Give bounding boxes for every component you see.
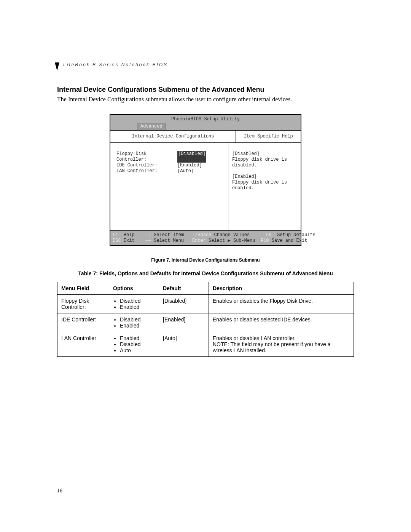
bios-tab-advanced[interactable]: Advanced [137, 123, 166, 130]
bios-key-space: -/Space [192, 232, 211, 238]
bios-item-lan[interactable]: LAN Controller: [Auto] [116, 168, 222, 174]
bios-key-f10: F10 [261, 238, 269, 243]
bios-item-floppy[interactable]: Floppy Disk Controller: [Disabled] [116, 151, 222, 163]
bios-item-value: [Auto] [177, 168, 194, 174]
table-row: IDE Controller: Disabled Enabled [Enable… [57, 313, 354, 332]
bios-key-updown: ↑↓ [145, 232, 151, 238]
cell-options: Disabled Enabled [109, 313, 159, 332]
bios-action-exit: Exit [124, 238, 135, 243]
cell-options: Disabled Enabled [109, 295, 159, 313]
cell-description: Enables or disables LAN controller. NOTE… [209, 332, 354, 357]
bios-tab-row: Advanced [110, 123, 301, 130]
list-item: Enabled [120, 304, 155, 310]
list-item: Enabled [120, 323, 155, 329]
page: LifeBook B Series Notebook BIOS Internal… [0, 0, 411, 532]
bios-item-value: [Disabled] [177, 151, 206, 163]
figure-caption: Figure 7. Internal Device Configurations… [57, 257, 354, 263]
th-options: Options [109, 282, 159, 295]
bios-screenshot: PhoenixBIOS Setup Utility Advanced Inter… [110, 114, 301, 246]
bios-action-setup-defaults: Setup Defaults [277, 232, 315, 238]
bios-item-value: [Enabled] [177, 163, 202, 168]
bios-key-esc: ESC [113, 238, 121, 243]
bios-key-leftright: ←→ [145, 238, 151, 243]
table-row: LAN Controller Enabled Disabled Auto [Au… [57, 332, 354, 357]
cell-default: [Enabled] [159, 313, 209, 332]
cell-field: LAN Controller [57, 332, 109, 357]
bios-item-label: LAN Controller: [116, 168, 177, 174]
bios-action-select-item: Select Item [154, 232, 184, 238]
bios-help-pane: [Disabled] Floppy disk drive is disabled… [228, 143, 301, 230]
lead-paragraph: The Internal Device Configurations subme… [57, 96, 354, 103]
bios-left-header: Internal Device Configurations [110, 131, 236, 142]
bios-titlebar: PhoenixBIOS Setup Utility Advanced [110, 115, 301, 130]
bios-item-ide[interactable]: IDE Controller: [Enabled] [116, 163, 222, 168]
cell-default: [Disabled] [159, 295, 209, 313]
bios-title: PhoenixBIOS Setup Utility [110, 116, 301, 123]
bios-key-enter: Enter [192, 238, 206, 243]
bios-action-sub-menu: Select ▶ Sub-Menu [209, 238, 255, 243]
list-item: Auto [120, 347, 155, 353]
list-item: Disabled [120, 341, 155, 347]
bios-action-select-menu: Select Menu [154, 238, 184, 243]
table-caption: Table 7: Fields, Options and Defaults fo… [57, 270, 354, 276]
cell-description: Enables or disables selected IDE devices… [209, 313, 354, 332]
fields-table: Menu Field Options Default Description F… [57, 282, 354, 357]
table-row: Floppy Disk Controller: Disabled Enabled… [57, 295, 354, 313]
th-description: Description [209, 282, 354, 295]
bios-action-change-values: Change Values [214, 232, 250, 238]
bios-action-save-exit: Save and Exit [272, 238, 307, 243]
list-item: Disabled [120, 298, 155, 304]
bios-column-headers: Internal Device Configurations Item Spec… [110, 130, 301, 143]
header-notch-icon [55, 62, 59, 71]
bios-key-f9: F9 [266, 232, 271, 238]
list-item: Enabled [120, 335, 155, 341]
bios-right-header: Item Specific Help [236, 131, 301, 142]
running-header: LifeBook B Series Notebook BIOS [57, 63, 354, 74]
bios-item-label: Floppy Disk Controller: [116, 151, 177, 163]
cell-field: Floppy Disk Controller: [57, 295, 109, 313]
th-default: Default [159, 282, 209, 295]
cell-field: IDE Controller: [57, 313, 109, 332]
bios-config-pane: Floppy Disk Controller: [Disabled] IDE C… [110, 143, 228, 230]
bios-key-f1: F1 [113, 232, 118, 238]
table-header-row: Menu Field Options Default Description [57, 282, 354, 295]
cell-description: Enables or disables the Floppy Disk Driv… [209, 295, 354, 313]
list-item: Disabled [120, 316, 155, 323]
running-header-text: LifeBook B Series Notebook BIOS [63, 62, 168, 67]
bios-item-label: IDE Controller: [116, 163, 177, 168]
bios-action-help: Help [124, 232, 135, 238]
section-heading: Internal Device Configurations Submenu o… [57, 86, 354, 94]
page-number: 16 [57, 488, 62, 494]
cell-default: [Auto] [159, 332, 209, 357]
bios-footer: F1 Help ↑↓ Select Item -/Space Change Va… [110, 230, 301, 245]
cell-options: Enabled Disabled Auto [109, 332, 159, 357]
th-menu-field: Menu Field [57, 282, 109, 295]
bios-body: Floppy Disk Controller: [Disabled] IDE C… [110, 143, 301, 230]
